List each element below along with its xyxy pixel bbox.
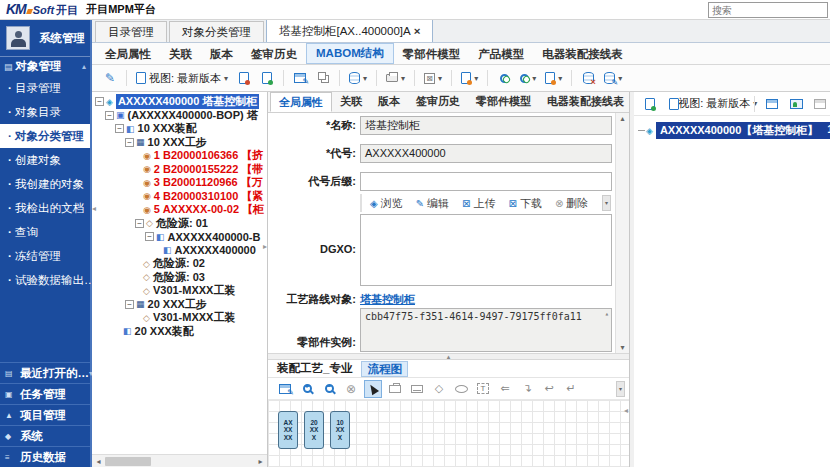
edit-table-button[interactable] [290,68,310,88]
scroll-down-icon[interactable]: ▾ [616,343,629,352]
expander-icon[interactable]: − [115,124,124,133]
copy-structure-button[interactable] [313,68,333,88]
sidebar-item-my-created-objects[interactable]: 我创建的对象 [0,172,90,196]
process-shape-button[interactable] [386,380,404,398]
horizontal-scrollbar[interactable]: ◂ ▸ [92,454,267,467]
tree-row[interactable]: ◇ 危险源: 02 [92,257,267,271]
tree-row[interactable]: ◉ 2 B20000155222 【带 [92,163,267,177]
scroll-left-icon[interactable]: ◂ [92,457,105,466]
select-cursor-button[interactable] [364,380,382,398]
search-input[interactable] [708,2,828,18]
export-document-button[interactable]: ▾ [458,68,481,88]
tree-row[interactable]: ◇ V301-MXXX工装 [92,311,267,325]
splitter-arrow-icon[interactable]: ▴ [447,353,451,360]
package-button[interactable]: ⊠▾ [421,68,445,88]
close-tab-icon[interactable]: × [414,25,421,37]
view-selector[interactable]: 视图: 最新版本 ▾ [133,68,231,88]
structure-tree-row[interactable]: ◈ AXXXXX400000【塔基控制柜】 1 [638,122,830,139]
sidebar-group-system[interactable]: ◆ 系统 [0,425,90,446]
tab-electrical-wiring-detail[interactable]: 电器装配接线表 [539,92,632,112]
tree-row[interactable]: − ◇ 危险源: 01 [92,217,267,231]
database-edit-button[interactable]: ▾ [601,68,625,88]
tab-product-model[interactable]: 产品模型 [469,43,533,65]
refresh-structure-button[interactable] [640,94,660,114]
text-tool-button[interactable]: T [474,380,492,398]
sidebar-group-history-data[interactable]: ≡ 历史数据 [0,446,90,467]
sidebar-item-object-classification[interactable]: 对象分类管理 [0,124,90,148]
edit-file-button[interactable]: ✎编辑 [416,196,449,211]
vertical-scrollbar[interactable]: ▴ ▾ [615,113,629,353]
tab-approval-history[interactable]: 签审历史 [242,43,306,65]
checkout-document-button[interactable] [234,68,254,88]
tree-row[interactable]: ◇ V301-MXXX工装 [92,284,267,298]
tab-relations[interactable]: 关联 [160,43,201,65]
delete-button[interactable]: ⊗删除 [555,196,588,211]
expander-icon[interactable]: − [125,300,134,309]
flow-node[interactable]: 20 XX X [304,411,324,449]
connector-left-button[interactable]: ⇐ [496,380,514,398]
tab-tower-base-cabinet[interactable]: 塔基控制柜[AX..400000]A× [266,19,433,42]
sidebar-item-create-object[interactable]: 创建对象 [0,148,90,172]
zoom-in-button[interactable]: + [298,380,316,398]
tab-approval-history-detail[interactable]: 签审历史 [408,92,468,112]
table-view-button[interactable] [762,94,782,114]
code-suffix-input[interactable] [360,172,612,191]
flow-node[interactable]: AX XX XX [278,411,298,449]
scroll-right-icon[interactable]: ▸ [254,457,267,466]
scroll-up-icon[interactable]: ▴ [605,310,609,318]
collapse-arrow-icon[interactable]: ▴ [82,62,86,71]
mini-scrollbar[interactable]: ▾ [616,381,625,397]
connector-corner-button[interactable]: ↴ [518,380,536,398]
tab-global-attributes[interactable]: 全局属性 [96,43,160,65]
tree-row[interactable]: − ◧ 10 XXX装配 [92,122,267,136]
flow-edit-button[interactable] [276,380,294,398]
tree-row[interactable]: ◧ 20 XXX装配 [92,325,267,339]
tree-row[interactable]: ◧ AXXXXX400000 [92,244,267,258]
new-document-button[interactable]: ▾ [542,68,565,88]
tab-assembly-process[interactable]: 装配工艺_专业 [272,361,357,376]
zoom-out-button[interactable]: − [320,380,338,398]
expander-icon[interactable]: − [125,138,134,147]
tab-versions[interactable]: 版本 [201,43,242,65]
structure-view-selector[interactable]: 视图: 最新版本 ▾ [688,94,747,114]
scroll-up-icon[interactable]: ▴ [616,114,629,123]
edit-button[interactable]: ✎ [100,68,120,88]
selected-structure-item[interactable]: AXXXXX400000【塔基控制柜】 1 [656,122,830,139]
database-delete-button[interactable] [578,68,598,88]
tab-part-model[interactable]: 零部件模型 [394,43,470,65]
flowchart-canvas[interactable]: AX XX XX 20 XX X 10 XX X [268,400,629,467]
subprocess-shape-button[interactable] [408,380,426,398]
tree-row[interactable]: ◉ 3 B20001120966 【万 [92,176,267,190]
upload-button[interactable]: ⊠上传 [462,196,495,211]
browse-button[interactable]: ◈浏览 [370,196,403,211]
route-object-link[interactable]: 塔基控制柜 [360,292,415,307]
sidebar-section-object-management[interactable]: ▤ 对象管理 ▴ [0,56,90,76]
tab-part-model-detail[interactable]: 零部件模型 [468,92,539,112]
horizontal-splitter[interactable]: ▴ [268,353,629,360]
dgxo-textarea[interactable] [360,214,612,286]
flow-node[interactable]: 10 XX X [330,411,350,449]
tree-row[interactable]: − ◧ AXXXXX400000-B [92,230,267,244]
image-export-button[interactable] [786,94,806,114]
mini-scrollbar[interactable]: ▾ [602,195,611,211]
sidebar-item-test-data-output[interactable]: 试验数据输出… [0,268,90,292]
decision-shape-button[interactable]: ◇ [430,380,448,398]
sidebar-group-task-mgmt[interactable]: ▣ 任务管理 [0,383,90,404]
tab-mabom-structure[interactable]: MABOM结构 [306,43,394,64]
search-document-button[interactable] [494,68,514,88]
panel-collapse-arrow-icon[interactable]: ◂ [624,406,628,415]
tab-flowchart[interactable]: 流程图 [361,361,408,377]
search-structure-button[interactable]: ▾ [517,68,539,88]
database-button[interactable]: ▾ [346,68,370,88]
expander-icon[interactable]: − [145,232,154,241]
sidebar-item-catalog-mgmt[interactable]: 目录管理 [0,76,90,100]
tree-row[interactable]: ◉ 1 B20000106366 【挤 [92,149,267,163]
panel-expand-arrow-icon[interactable]: ▸ [263,242,267,251]
sidebar-item-query[interactable]: 查询 [0,220,90,244]
tab-electrical-wiring-table[interactable]: 电器装配接线表 [533,43,632,65]
user-avatar[interactable] [6,26,30,50]
download-button[interactable]: ⊠下载 [508,196,541,211]
tab-versions-detail[interactable]: 版本 [370,92,408,112]
tree-row[interactable]: − ▦ 20 XXX工步 [92,298,267,312]
tab-catalog-mgmt[interactable]: 目录管理 [95,21,167,42]
